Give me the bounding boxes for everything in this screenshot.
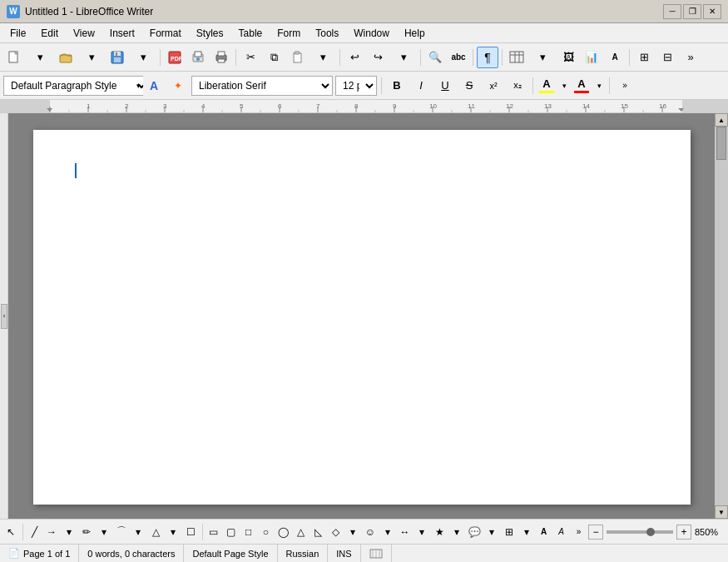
print-button[interactable]: [210, 47, 232, 68]
draw-tool-button[interactable]: ✏: [78, 522, 94, 542]
save-button[interactable]: [106, 47, 128, 68]
select-tool-button[interactable]: ↖: [3, 522, 19, 542]
circle-tool-button[interactable]: ◯: [275, 522, 291, 542]
redo-button[interactable]: ↪: [367, 47, 389, 68]
strikethrough-button[interactable]: S: [458, 75, 480, 97]
menu-styles[interactable]: Styles: [190, 26, 230, 41]
flowchart-button[interactable]: ⊞: [501, 522, 517, 542]
document-area[interactable]: [8, 113, 715, 519]
scroll-down-button[interactable]: ▼: [715, 505, 728, 519]
close-button[interactable]: ✕: [703, 4, 721, 19]
italic-button[interactable]: I: [410, 75, 432, 97]
formatting-marks-button[interactable]: ¶: [477, 47, 498, 68]
caption-tool-button[interactable]: ☐: [183, 522, 199, 542]
font-size-combo[interactable]: 12 pt: [335, 76, 377, 96]
find-button[interactable]: 🔍: [424, 47, 446, 68]
flowchart-dropdown[interactable]: ▾: [518, 522, 534, 542]
curve-tool-button[interactable]: ⌒: [113, 522, 129, 542]
style-font-icon-a[interactable]: A: [143, 75, 165, 97]
scroll-thumb[interactable]: [716, 127, 726, 160]
ellipse-tool-button[interactable]: ○: [258, 522, 274, 542]
menu-edit[interactable]: Edit: [34, 26, 65, 41]
open-button[interactable]: [55, 47, 77, 68]
print-preview-button[interactable]: [187, 47, 209, 68]
more-shapes-button[interactable]: »: [571, 522, 587, 542]
zoom-out-button[interactable]: −: [588, 525, 603, 540]
fontworks-button[interactable]: A: [553, 522, 569, 542]
spellcheck-button[interactable]: abc: [448, 47, 469, 68]
minimize-button[interactable]: ─: [663, 4, 681, 19]
square-tool-button[interactable]: □: [240, 522, 256, 542]
star-button[interactable]: ★: [432, 522, 448, 542]
menu-file[interactable]: File: [3, 26, 32, 41]
polygon-dropdown[interactable]: ▾: [166, 522, 181, 542]
copy-button[interactable]: ⧉: [263, 47, 285, 68]
style-font-icon-star[interactable]: ✦: [167, 75, 189, 97]
insert-pagebreak-button[interactable]: ⊟: [656, 47, 678, 68]
pdf-button[interactable]: PDF: [164, 47, 186, 68]
rect-tool-button[interactable]: ▭: [206, 522, 221, 542]
callout-button[interactable]: 💬: [467, 522, 483, 542]
save-dropdown[interactable]: ▾: [130, 47, 156, 68]
triangle-tool-button[interactable]: △: [293, 522, 309, 542]
scroll-up-button[interactable]: ▲: [715, 113, 728, 127]
more-fmt-button[interactable]: »: [614, 75, 636, 97]
arrow-tool-button[interactable]: →: [44, 522, 60, 542]
rounded-rect-button[interactable]: ▢: [223, 522, 239, 542]
menu-window[interactable]: Window: [347, 26, 396, 41]
diamond-tool-button[interactable]: ◇: [328, 522, 344, 542]
bold-button[interactable]: B: [386, 75, 408, 97]
subscript-button[interactable]: x₂: [507, 75, 528, 97]
draw-dropdown[interactable]: ▾: [96, 522, 111, 542]
smiley-dropdown[interactable]: ▾: [379, 522, 395, 542]
menu-form[interactable]: Form: [270, 26, 307, 41]
menu-format[interactable]: Format: [143, 26, 188, 41]
double-arrow-dropdown[interactable]: ▾: [414, 522, 430, 542]
arrow-dropdown[interactable]: ▾: [61, 522, 77, 542]
more-button1[interactable]: »: [680, 47, 701, 68]
paragraph-style-combo[interactable]: Default Paragraph Style: [3, 76, 149, 96]
menu-help[interactable]: Help: [398, 26, 432, 41]
restore-button[interactable]: ❐: [683, 4, 701, 19]
underline-button[interactable]: U: [434, 75, 456, 97]
document-page[interactable]: [33, 130, 691, 505]
insert-table-button[interactable]: [506, 47, 527, 68]
polygon-tool-button[interactable]: △: [148, 522, 164, 542]
table-dropdown[interactable]: ▾: [529, 47, 556, 68]
shapes-dropdown[interactable]: ▾: [344, 522, 360, 542]
right-triangle-button[interactable]: ◺: [310, 522, 326, 542]
scroll-track[interactable]: [715, 127, 728, 505]
undo-dropdown[interactable]: ▾: [390, 47, 417, 68]
insert-chart-button[interactable]: 📊: [581, 47, 602, 68]
double-arrow-button[interactable]: ↔: [397, 522, 413, 542]
paste-dropdown[interactable]: ▾: [310, 47, 336, 68]
line-tool-button[interactable]: ╱: [27, 522, 42, 542]
insert-image-button[interactable]: 🖼: [557, 47, 579, 68]
textbox-bottom-button[interactable]: A: [536, 522, 552, 542]
fold-panel-button[interactable]: ‹: [1, 304, 7, 329]
font-color-button[interactable]: A: [572, 76, 591, 95]
zoom-slider[interactable]: [607, 530, 673, 534]
insert-special-button[interactable]: ⊞: [633, 47, 655, 68]
font-name-combo[interactable]: Liberation Serif: [191, 76, 333, 96]
new-button[interactable]: [3, 47, 25, 68]
character-highlighting-button[interactable]: A: [537, 76, 556, 95]
zoom-slider-thumb[interactable]: [646, 528, 655, 536]
new-dropdown[interactable]: ▾: [27, 47, 53, 68]
menu-table[interactable]: Table: [232, 26, 270, 41]
cut-button[interactable]: ✂: [240, 47, 261, 68]
callout-dropdown[interactable]: ▾: [484, 522, 500, 542]
paste-button[interactable]: [286, 47, 308, 68]
undo-button[interactable]: ↩: [344, 47, 365, 68]
smiley-button[interactable]: ☺: [362, 522, 378, 542]
insert-textbox-button[interactable]: A: [604, 47, 626, 68]
open-dropdown[interactable]: ▾: [78, 47, 105, 68]
font-color-dropdown[interactable]: ▾: [593, 75, 605, 97]
star-dropdown[interactable]: ▾: [449, 522, 465, 542]
zoom-in-button[interactable]: +: [676, 525, 691, 540]
superscript-button[interactable]: x²: [483, 75, 504, 97]
highlight-dropdown[interactable]: ▾: [558, 75, 570, 97]
menu-insert[interactable]: Insert: [103, 26, 141, 41]
curve-dropdown[interactable]: ▾: [131, 522, 146, 542]
menu-tools[interactable]: Tools: [309, 26, 345, 41]
